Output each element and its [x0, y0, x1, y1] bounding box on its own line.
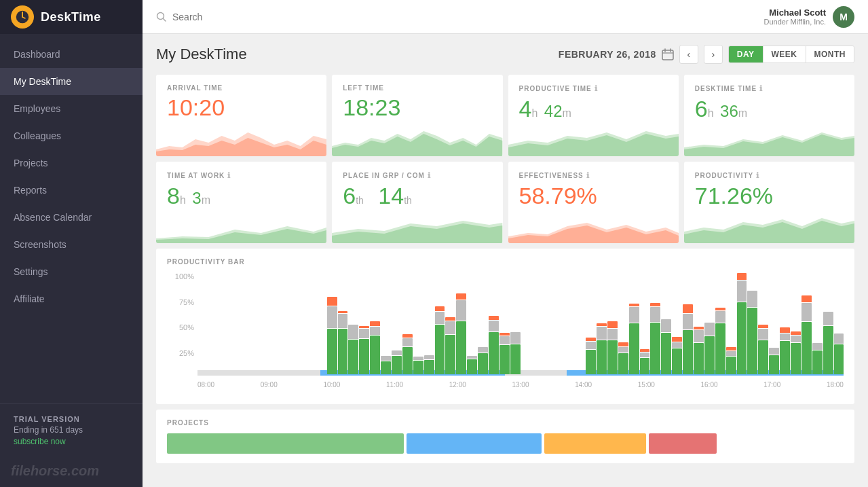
bar-group: [424, 272, 434, 374]
bar-group: [348, 272, 358, 374]
sidebar-item-affiliate[interactable]: Affiliate: [0, 285, 143, 312]
top-bar: Michael Scott Dunder Mifflin, Inc. M: [143, 0, 868, 34]
user-company: Dunder Mifflin, Inc.: [763, 18, 826, 26]
time-label-15: 15:00: [638, 381, 655, 389]
sidebar-item-dashboard[interactable]: Dashboard: [0, 41, 143, 68]
sidebar-item-screenshots[interactable]: Screenshots: [0, 231, 143, 258]
time-label-11: 11:00: [386, 381, 403, 389]
productive-time-value: 4h 42m: [519, 97, 668, 120]
calendar-icon[interactable]: [662, 48, 674, 60]
search-icon: [156, 12, 167, 22]
bar-group: [456, 272, 466, 374]
productivity-card: PRODUCTIVITY ℹ 71.26%: [684, 162, 854, 243]
bar-group: [640, 272, 650, 374]
projects-title: PROJECTS: [167, 419, 844, 427]
prev-arrow[interactable]: ‹: [679, 45, 698, 64]
subscribe-link[interactable]: subscribe now: [14, 437, 66, 446]
bar-group: [597, 272, 607, 374]
y-label-50: 50%: [167, 323, 197, 331]
productive-time-info[interactable]: ℹ: [595, 84, 598, 93]
bar-group: [704, 272, 715, 374]
productivity-value: 71.26%: [695, 184, 844, 207]
sidebar-item-projects[interactable]: Projects: [0, 149, 143, 177]
bar-group: [586, 272, 596, 374]
left-time-value: 18:23: [343, 96, 491, 119]
period-day[interactable]: DAY: [729, 46, 763, 62]
bar-group: [747, 272, 757, 374]
sidebar-item-employees[interactable]: Employees: [0, 95, 143, 122]
bar-group: [801, 272, 812, 374]
bar-group: [402, 272, 413, 374]
productivity-bar-title: PRODUCTIVITY BAR: [167, 258, 844, 266]
left-time-card: LEFT TIME 18:23: [332, 75, 502, 156]
sidebar-item-absence-calendar[interactable]: Absence Calendar: [0, 204, 143, 231]
bar-group: [661, 272, 671, 374]
y-label-25: 25%: [167, 349, 197, 357]
bar-group: [413, 272, 423, 374]
bar-group: [607, 272, 618, 374]
bar-group: [284, 272, 294, 374]
time-label-10: 10:00: [323, 381, 340, 389]
bar-group: [197, 272, 208, 374]
page-header: My DeskTime FEBRUARY 26, 2018 ‹ › DAY WE…: [156, 45, 854, 64]
bar-group: [230, 272, 240, 374]
place-in-grp-chart: [332, 213, 502, 243]
bar-group: [812, 272, 823, 374]
stats-row-1: ARRIVAL TIME 10:20 LEFT TIME 18:23: [156, 75, 854, 156]
time-at-work-info[interactable]: ℹ: [227, 171, 231, 180]
date-controls: FEBRUARY 26, 2018 ‹ › DAY WEEK MONTH: [559, 45, 854, 64]
arrival-time-card: ARRIVAL TIME 10:20: [156, 75, 326, 156]
bar-group: [359, 272, 369, 374]
main-content: Michael Scott Dunder Mifflin, Inc. M My …: [143, 0, 868, 487]
bar-group: [564, 272, 574, 374]
time-label-09: 09:00: [261, 381, 278, 389]
period-week[interactable]: WEEK: [763, 46, 806, 62]
time-label-14: 14:00: [575, 381, 592, 389]
search-input[interactable]: [172, 12, 308, 22]
desktime-time-label: DESKTIME TIME ℹ: [695, 84, 844, 93]
sidebar-item-my-desktime[interactable]: My DeskTime: [0, 68, 143, 95]
place-in-grp-card: PLACE IN GRP / COM ℹ 6th 14th: [332, 162, 502, 243]
next-arrow[interactable]: ›: [704, 45, 723, 64]
arrival-time-label: ARRIVAL TIME: [167, 84, 316, 92]
arrival-time-value: 10:20: [167, 96, 316, 119]
time-label-16: 16:00: [701, 381, 718, 389]
left-time-label: LEFT TIME: [343, 84, 491, 92]
user-info: Michael Scott Dunder Mifflin, Inc. M: [763, 6, 854, 28]
sidebar-item-settings[interactable]: Settings: [0, 258, 143, 285]
effectiveness-chart: [508, 213, 679, 243]
bar-area: [197, 272, 844, 374]
bar-group: [295, 272, 305, 374]
sidebar-item-colleagues[interactable]: Colleagues: [0, 122, 143, 149]
place-in-grp-info[interactable]: ℹ: [428, 171, 431, 180]
projects-bars: [167, 433, 844, 454]
desktime-time-info[interactable]: ℹ: [759, 84, 763, 93]
time-at-work-chart: [156, 213, 326, 243]
logo-text: DeskTime: [41, 10, 101, 24]
productivity-bar-section: PRODUCTIVITY BAR 100% 75% 50% 25%: [156, 249, 854, 404]
productivity-info[interactable]: ℹ: [756, 171, 759, 180]
bar-group: [672, 272, 682, 374]
bar-group: [543, 272, 553, 374]
time-label-17: 17:00: [763, 381, 780, 389]
time-at-work-label: TIME AT WORK ℹ: [167, 171, 316, 180]
place-in-grp-value: 6th 14th: [343, 184, 491, 207]
project-bar-2: [407, 433, 542, 454]
bar-group: [758, 272, 768, 374]
bar-group: [510, 272, 521, 374]
bar-group: [521, 272, 531, 374]
bar-group: [262, 272, 272, 374]
bar-group: [834, 272, 844, 374]
bar-group: [219, 272, 229, 374]
arrival-time-chart: [156, 126, 326, 156]
bar-group: [823, 272, 833, 374]
svg-rect-5: [662, 50, 673, 60]
bar-group: [769, 272, 779, 374]
effectiveness-info[interactable]: ℹ: [586, 171, 590, 180]
period-month[interactable]: MONTH: [806, 46, 854, 62]
bar-group: [338, 272, 348, 374]
user-name: Michael Scott: [763, 7, 826, 18]
bar-group: [499, 272, 510, 374]
sidebar-item-reports[interactable]: Reports: [0, 177, 143, 204]
bar-group: [381, 272, 391, 374]
